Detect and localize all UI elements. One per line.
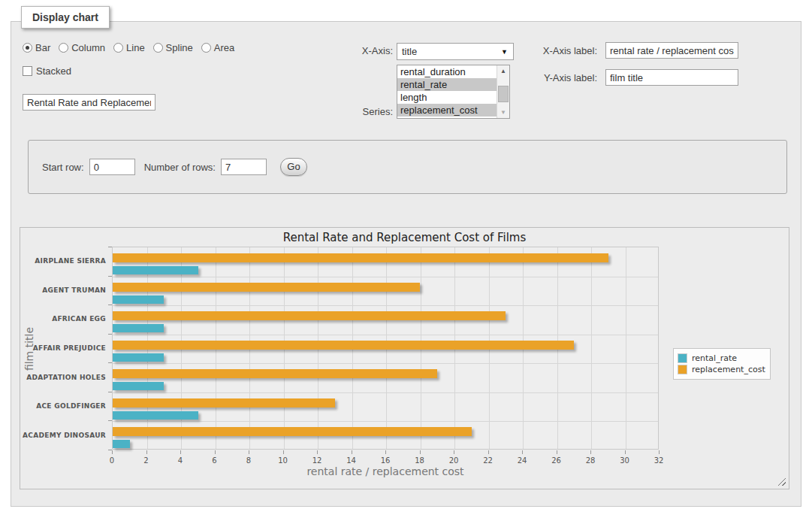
x-tick-label: 26: [545, 456, 568, 465]
bar-rental-rate[interactable]: [113, 266, 198, 274]
radio-icon[interactable]: [153, 43, 163, 53]
start-row-label: Start row:: [42, 162, 84, 173]
bar-rental-rate[interactable]: [113, 324, 164, 332]
chevron-down-icon: ▼: [501, 48, 508, 56]
x-tick-mark: [659, 450, 660, 454]
y-tick-mark: [108, 362, 112, 363]
x-tick-label: 22: [477, 456, 500, 465]
gridline: [113, 277, 658, 277]
y-tick-mark: [108, 247, 112, 247]
gridline: [113, 392, 658, 393]
chart-type-radio-bar[interactable]: Bar: [23, 42, 50, 53]
y-tick-label: ACADEMY DINOSAUR: [20, 432, 106, 439]
bar-replacement-cost[interactable]: [113, 398, 335, 407]
radio-label: Spline: [166, 42, 193, 53]
chart-title-input[interactable]: [23, 94, 155, 111]
gridline: [113, 363, 658, 364]
chart-type-radio-column[interactable]: Column: [59, 42, 105, 53]
num-rows-input[interactable]: [221, 159, 267, 175]
stacked-label: Stacked: [36, 65, 71, 77]
x-tick-label: 0: [101, 456, 123, 465]
scroll-down-icon[interactable]: ▼: [497, 107, 509, 118]
radio-icon[interactable]: [23, 43, 32, 53]
radio-label: Column: [71, 42, 105, 53]
x-tick-label: 6: [204, 456, 226, 465]
radio-label: Bar: [35, 42, 50, 53]
gridline: [113, 305, 658, 306]
go-button[interactable]: Go: [280, 158, 307, 176]
series-option-rental_duration[interactable]: rental_duration: [397, 65, 497, 78]
x-tick-label: 32: [647, 456, 670, 465]
bar-replacement-cost[interactable]: [113, 283, 420, 292]
y-tick-label: ACE GOLDFINGER: [20, 402, 106, 410]
chart-type-radio-line[interactable]: Line: [113, 42, 145, 53]
x-tick-mark: [112, 450, 113, 454]
start-row-input[interactable]: [89, 159, 135, 175]
x-tick-label: 10: [272, 456, 294, 465]
stacked-checkbox[interactable]: Stacked: [23, 65, 71, 77]
y-tick-mark: [108, 276, 112, 277]
x-axis-select-value: title: [402, 46, 417, 57]
series-option-length[interactable]: length: [397, 91, 497, 104]
x-tick-mark: [385, 450, 386, 454]
y-tick-label: AIRPLANE SIERRA: [20, 257, 106, 265]
scroll-up-icon[interactable]: ▲: [497, 65, 509, 77]
x-axis-label-input[interactable]: [605, 42, 738, 59]
series-list-label: Series:: [327, 106, 393, 117]
legend-swatch-icon: [678, 353, 687, 363]
gridline: [591, 247, 592, 449]
display-chart-fieldset: Display chart BarColumnLineSplineArea St…: [11, 21, 801, 507]
plot-area: [112, 247, 659, 450]
bar-replacement-cost[interactable]: [113, 311, 506, 320]
bar-replacement-cost[interactable]: [113, 253, 608, 262]
chart-type-radio-area[interactable]: Area: [201, 42, 234, 53]
bar-rental-rate[interactable]: [113, 295, 164, 304]
gridline: [626, 247, 626, 449]
chart-type-radio-spline[interactable]: Spline: [153, 42, 193, 53]
x-tick-label: 30: [614, 456, 636, 465]
bar-replacement-cost[interactable]: [113, 369, 437, 378]
chart-type-radio-group: BarColumnLineSplineArea: [23, 42, 243, 55]
x-tick-label: 4: [169, 456, 192, 465]
y-tick-mark: [108, 420, 112, 421]
radio-icon[interactable]: [59, 43, 68, 53]
bar-replacement-cost[interactable]: [113, 341, 574, 350]
bar-rental-rate[interactable]: [113, 440, 130, 448]
series-scrollbar[interactable]: ▲ ▼: [497, 65, 509, 118]
x-tick-mark: [146, 450, 147, 454]
x-tick-mark: [557, 450, 557, 454]
x-tick-label: 16: [374, 456, 397, 465]
series-listbox[interactable]: rental_durationrental_ratelengthreplacem…: [397, 65, 510, 119]
radio-label: Area: [214, 42, 234, 53]
gridline: [113, 421, 658, 422]
x-axis-select-label: X-Axis:: [327, 45, 393, 56]
y-axis-title: film title: [23, 319, 35, 379]
radio-icon[interactable]: [201, 43, 211, 53]
x-tick-mark: [317, 450, 318, 454]
y-tick-mark: [108, 392, 112, 392]
y-tick-mark: [108, 334, 112, 335]
bar-rental-rate[interactable]: [113, 411, 198, 420]
bar-rental-rate[interactable]: [113, 382, 164, 390]
legend-label: rental_rate: [692, 353, 737, 363]
x-tick-mark: [249, 450, 249, 454]
x-tick-mark: [522, 450, 523, 454]
resize-handle-icon[interactable]: [777, 477, 786, 486]
stacked-checkbox-box[interactable]: [23, 66, 32, 76]
legend-item-replacement_cost: replacement_cost: [678, 365, 765, 374]
bar-replacement-cost[interactable]: [113, 427, 472, 436]
series-option-replacement_cost[interactable]: replacement_cost: [397, 104, 497, 117]
radio-icon[interactable]: [113, 43, 123, 53]
x-axis-label-caption: X-Axis label:: [528, 45, 597, 56]
scrollbar-thumb[interactable]: [498, 86, 509, 102]
series-option-rental_rate[interactable]: rental_rate: [397, 78, 497, 91]
y-tick-mark: [108, 304, 112, 305]
x-tick-mark: [488, 450, 489, 454]
x-tick-label: 18: [409, 456, 431, 465]
y-axis-label-input[interactable]: [605, 69, 738, 86]
x-axis-title: rental rate / replacement cost: [112, 465, 659, 477]
x-tick-label: 20: [442, 456, 465, 465]
chart-container: Rental Rate and Replacement Cost of Film…: [20, 227, 789, 489]
bar-rental-rate[interactable]: [113, 353, 164, 362]
x-axis-select[interactable]: title ▼: [397, 43, 514, 60]
